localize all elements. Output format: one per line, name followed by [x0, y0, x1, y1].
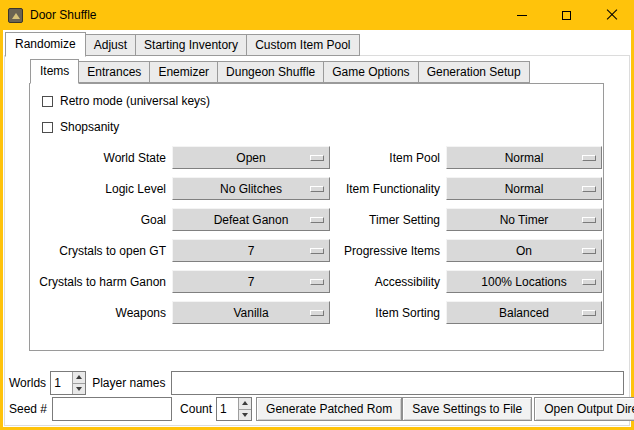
content-area: Randomize Adjust Starting Inventory Cust…: [3, 30, 631, 427]
world-state-value: Open: [236, 151, 265, 165]
tab-entrances[interactable]: Entrances: [78, 61, 150, 83]
dropdown-indicator-icon: [582, 155, 596, 161]
dropdown-indicator-icon: [310, 155, 324, 161]
shopsanity-checkbox-indicator[interactable]: [42, 122, 53, 133]
goal-dropdown[interactable]: Defeat Ganon: [172, 208, 330, 231]
tab-custom-item-pool[interactable]: Custom Item Pool: [246, 34, 359, 56]
timer-setting-value: No Timer: [500, 213, 549, 227]
logic-level-label: Logic Level: [38, 182, 166, 196]
down-arrow-icon: [76, 387, 82, 391]
seed-input[interactable]: [52, 397, 172, 421]
crystals-harm-ganon-label: Crystals to harm Ganon: [38, 275, 166, 289]
player-names-input[interactable]: [171, 371, 625, 395]
inner-tab-bar: Items Entrances Enemizer Dungeon Shuffle…: [30, 59, 604, 83]
up-arrow-icon: [242, 401, 248, 405]
goal-value: Defeat Ganon: [214, 213, 289, 227]
player-names-label: Player names: [92, 376, 165, 390]
item-functionality-dropdown[interactable]: Normal: [446, 177, 602, 200]
accessibility-dropdown[interactable]: 100% Locations: [446, 270, 602, 293]
tab-starting-inventory[interactable]: Starting Inventory: [135, 34, 247, 56]
progressive-items-label: Progressive Items: [336, 244, 440, 258]
close-icon: [606, 9, 618, 21]
count-spinner-buttons: [238, 398, 251, 420]
retro-mode-checkbox[interactable]: Retro mode (universal keys): [42, 93, 603, 109]
tab-dungeon-shuffle[interactable]: Dungeon Shuffle: [217, 61, 324, 83]
item-pool-label: Item Pool: [336, 151, 440, 165]
dropdown-indicator-icon: [582, 279, 596, 285]
worlds-down-button[interactable]: [73, 383, 85, 395]
tab-generation-setup[interactable]: Generation Setup: [418, 61, 530, 83]
retro-mode-checkbox-indicator[interactable]: [42, 96, 53, 107]
count-input[interactable]: [217, 398, 238, 420]
seed-label: Seed #: [9, 402, 47, 416]
dropdown-indicator-icon: [582, 217, 596, 223]
crystals-harm-ganon-dropdown[interactable]: 7: [172, 270, 330, 293]
titlebar[interactable]: Door Shuffle: [0, 0, 634, 30]
tab-adjust[interactable]: Adjust: [85, 34, 136, 56]
app-icon: [8, 8, 23, 23]
timer-setting-dropdown[interactable]: No Timer: [446, 208, 602, 231]
count-up-button[interactable]: [239, 398, 251, 409]
item-functionality-value: Normal: [505, 182, 544, 196]
inner-notebook: Items Entrances Enemizer Dungeon Shuffle…: [29, 59, 604, 351]
maximize-button[interactable]: [544, 0, 589, 30]
shopsanity-checkbox[interactable]: Shopsanity: [42, 119, 603, 135]
dropdown-indicator-icon: [582, 186, 596, 192]
world-state-label: World State: [38, 151, 166, 165]
dropdown-indicator-icon: [582, 310, 596, 316]
generate-patched-rom-button[interactable]: Generate Patched Rom: [256, 397, 402, 421]
worlds-spinner[interactable]: [50, 371, 86, 395]
weapons-value: Vanilla: [233, 306, 268, 320]
down-arrow-icon: [242, 413, 248, 417]
worlds-label: Worlds: [9, 376, 46, 390]
tab-game-options[interactable]: Game Options: [323, 61, 418, 83]
window: Door Shuffle Randomize Adjust Starting I…: [0, 0, 634, 430]
item-sorting-dropdown[interactable]: Balanced: [446, 301, 602, 324]
minimize-icon: [517, 15, 527, 16]
close-button[interactable]: [589, 0, 634, 30]
crystals-harm-ganon-value: 7: [248, 275, 255, 289]
dropdown-indicator-icon: [310, 248, 324, 254]
dropdown-indicator-icon: [310, 310, 324, 316]
randomize-tab-panel: Items Entrances Enemizer Dungeon Shuffle…: [4, 55, 630, 426]
accessibility-label: Accessibility: [336, 275, 440, 289]
dropdown-indicator-icon: [582, 248, 596, 254]
shopsanity-label: Shopsanity: [60, 120, 119, 134]
minimize-button[interactable]: [499, 0, 544, 30]
save-settings-button[interactable]: Save Settings to File: [402, 397, 532, 421]
item-functionality-label: Item Functionality: [336, 182, 440, 196]
logic-level-dropdown[interactable]: No Glitches: [172, 177, 330, 200]
count-label: Count: [180, 402, 212, 416]
accessibility-value: 100% Locations: [481, 275, 566, 289]
up-arrow-icon: [76, 375, 82, 379]
window-title: Door Shuffle: [30, 8, 97, 22]
seed-row: Seed # Count Generate Patched Rom Save S…: [9, 397, 624, 421]
tab-randomize[interactable]: Randomize: [5, 32, 86, 57]
options-grid: World State Open Item Pool Normal Logic …: [38, 146, 603, 324]
world-state-dropdown[interactable]: Open: [172, 146, 330, 169]
count-spinner[interactable]: [216, 397, 252, 421]
tab-items[interactable]: Items: [30, 59, 79, 84]
item-sorting-label: Item Sorting: [336, 306, 440, 320]
retro-mode-label: Retro mode (universal keys): [60, 94, 210, 108]
crystals-open-gt-value: 7: [248, 244, 255, 258]
weapons-label: Weapons: [38, 306, 166, 320]
dropdown-indicator-icon: [310, 279, 324, 285]
worlds-input[interactable]: [51, 372, 72, 394]
open-output-directory-button[interactable]: Open Output Directory: [534, 397, 634, 421]
maximize-icon: [562, 11, 571, 20]
progressive-items-value: On: [516, 244, 532, 258]
dropdown-indicator-icon: [310, 186, 324, 192]
worlds-spinner-buttons: [72, 372, 85, 394]
timer-setting-label: Timer Setting: [336, 213, 440, 227]
weapons-dropdown[interactable]: Vanilla: [172, 301, 330, 324]
item-pool-dropdown[interactable]: Normal: [446, 146, 602, 169]
crystals-open-gt-label: Crystals to open GT: [38, 244, 166, 258]
progressive-items-dropdown[interactable]: On: [446, 239, 602, 262]
dropdown-indicator-icon: [310, 217, 324, 223]
crystals-open-gt-dropdown[interactable]: 7: [172, 239, 330, 262]
tab-enemizer[interactable]: Enemizer: [149, 61, 218, 83]
count-down-button[interactable]: [239, 409, 251, 421]
worlds-up-button[interactable]: [73, 372, 85, 383]
window-controls: [499, 0, 634, 30]
